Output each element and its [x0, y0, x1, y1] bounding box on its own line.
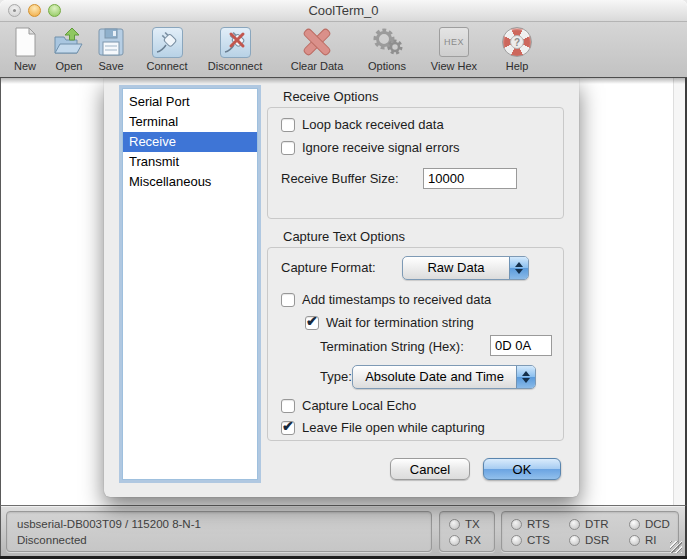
type-label: Type: [320, 369, 352, 384]
dcd-label: DCD [645, 518, 670, 530]
toolbar-label: Save [98, 60, 123, 72]
toolbar-connect-button[interactable]: Connect [141, 25, 193, 72]
options-gears-icon [370, 25, 404, 59]
status-bar: usbserial-DB003T09 / 115200 8-N-1 Discon… [0, 505, 687, 556]
toolbar-new-button[interactable]: New [8, 25, 42, 72]
capture-format-value: Raw Data [403, 257, 509, 279]
category-list: Serial Port Terminal Receive Transmit Mi… [122, 88, 258, 480]
ri-label: RI [645, 534, 657, 546]
capture-format-label: Capture Format: [281, 260, 376, 275]
save-floppy-icon [96, 25, 126, 59]
sidebar-item-serial-port[interactable]: Serial Port [123, 92, 257, 112]
toolbar: New Open [0, 22, 687, 78]
open-folder-icon [52, 25, 86, 59]
sidebar-item-terminal[interactable]: Terminal [123, 112, 257, 132]
leave-open-checkbox[interactable] [281, 421, 295, 435]
resize-grip[interactable] [670, 541, 682, 553]
dcd-led-icon [629, 519, 640, 530]
timestamps-checkbox-row[interactable]: Add timestamps to received data [281, 292, 491, 307]
type-value: Absolute Date and Time [353, 366, 516, 388]
hex-box-icon: HEX [439, 25, 469, 59]
receive-options-title: Receive Options [283, 89, 378, 104]
modem-indicator-box: RTS CTS DTR DSR DCD RI [501, 511, 679, 552]
rts-led-icon [511, 519, 522, 530]
dsr-led-icon [569, 535, 580, 546]
ri-led-icon [629, 535, 640, 546]
toolbar-help-button[interactable]: ? Help [497, 25, 537, 72]
toolbar-label: Options [368, 60, 406, 72]
preferences-dialog: Serial Port Terminal Receive Transmit Mi… [104, 78, 579, 497]
terminal-area: Serial Port Terminal Receive Transmit Mi… [0, 78, 687, 505]
connection-status-box: usbserial-DB003T09 / 115200 8-N-1 Discon… [6, 511, 432, 552]
toolbar-view-hex-button[interactable]: HEX View Hex [425, 25, 483, 72]
toolbar-save-button[interactable]: Save [93, 25, 129, 72]
ignore-errors-checkbox[interactable] [281, 141, 295, 155]
toolbar-clear-data-button[interactable]: Clear Data [285, 25, 349, 72]
wait-termination-checkbox-row[interactable]: Wait for termination string [305, 315, 474, 330]
buffer-size-label: Receive Buffer Size: [281, 171, 399, 186]
dtr-led-icon [569, 519, 580, 530]
wait-termination-checkbox[interactable] [305, 316, 319, 330]
txrx-indicator-box: TX RX [439, 511, 495, 552]
tx-label: TX [465, 518, 480, 530]
local-echo-checkbox-row[interactable]: Capture Local Echo [281, 398, 416, 413]
connect-plug-icon [152, 25, 183, 59]
cts-label: CTS [527, 534, 550, 546]
popup-arrows-icon [516, 366, 535, 388]
capture-format-popup[interactable]: Raw Data [402, 256, 529, 280]
buffer-size-input[interactable] [423, 168, 517, 189]
toolbar-label: View Hex [431, 60, 477, 72]
cts-led-icon [511, 535, 522, 546]
help-lifering-icon: ? [502, 25, 532, 59]
leave-open-checkbox-row[interactable]: Leave File open while capturing [281, 420, 485, 435]
dsr-label: DSR [585, 534, 609, 546]
new-document-icon [11, 25, 39, 59]
sidebar-item-receive[interactable]: Receive [123, 132, 257, 152]
tx-led-icon [449, 519, 460, 530]
leave-open-label: Leave File open while capturing [302, 420, 485, 435]
coolterm-window: CoolTerm_0 New Open [0, 0, 687, 559]
toolbar-label: New [14, 60, 36, 72]
popup-arrows-icon [509, 257, 528, 279]
termination-string-input[interactable] [490, 335, 552, 356]
toolbar-label: Clear Data [291, 60, 344, 72]
disconnect-plug-icon [220, 25, 251, 59]
terminal-scrollbar[interactable] [673, 78, 685, 505]
toolbar-label: Open [56, 60, 83, 72]
toolbar-disconnect-button[interactable]: Disconnect [201, 25, 269, 72]
port-settings-text: usbserial-DB003T09 / 115200 8-N-1 [17, 516, 421, 532]
title-bar[interactable]: CoolTerm_0 [0, 0, 687, 22]
wait-termination-label: Wait for termination string [326, 315, 474, 330]
timestamps-checkbox[interactable] [281, 293, 295, 307]
ignore-errors-label: Ignore receive signal errors [302, 140, 460, 155]
connection-state-text: Disconnected [17, 532, 421, 548]
local-echo-label: Capture Local Echo [302, 398, 416, 413]
rx-label: RX [465, 534, 481, 546]
clear-data-x-icon [300, 25, 334, 59]
loopback-checkbox-row[interactable]: Loop back received data [281, 117, 444, 132]
timestamps-label: Add timestamps to received data [302, 292, 491, 307]
termination-string-label: Termination String (Hex): [320, 339, 464, 354]
ignore-errors-checkbox-row[interactable]: Ignore receive signal errors [281, 140, 460, 155]
ok-button[interactable]: OK [483, 458, 561, 480]
toolbar-open-button[interactable]: Open [49, 25, 89, 72]
sidebar-item-transmit[interactable]: Transmit [123, 152, 257, 172]
loopback-checkbox[interactable] [281, 118, 295, 132]
help-question-glyph: ? [510, 35, 524, 49]
rx-led-icon [449, 535, 460, 546]
rts-label: RTS [527, 518, 550, 530]
window-title: CoolTerm_0 [0, 3, 687, 18]
toolbar-label: Connect [147, 60, 188, 72]
type-popup[interactable]: Absolute Date and Time [352, 365, 536, 389]
hex-icon-text: HEX [444, 37, 464, 47]
sidebar-item-miscellaneous[interactable]: Miscellaneous [123, 172, 257, 192]
toolbar-options-button[interactable]: Options [361, 25, 413, 72]
loopback-label: Loop back received data [302, 117, 444, 132]
toolbar-label: Disconnect [208, 60, 262, 72]
dtr-label: DTR [585, 518, 609, 530]
cancel-button[interactable]: Cancel [390, 458, 470, 480]
capture-options-title: Capture Text Options [283, 229, 405, 244]
local-echo-checkbox[interactable] [281, 399, 295, 413]
toolbar-label: Help [506, 60, 529, 72]
